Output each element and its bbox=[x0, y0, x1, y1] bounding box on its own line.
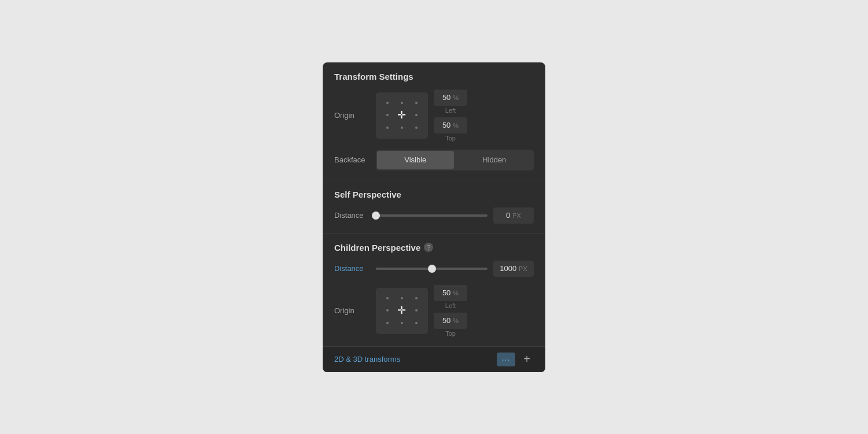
children-origin-row: Origin ✛ bbox=[334, 285, 534, 337]
children-origin-left-group: 50 % Left bbox=[434, 285, 467, 309]
origin-top-input[interactable]: 50 % bbox=[434, 117, 467, 133]
self-distance-value-box[interactable]: 0 PX bbox=[493, 207, 534, 224]
origin-row: Origin ✛ bbox=[334, 90, 534, 142]
help-icon[interactable]: ? bbox=[424, 243, 433, 252]
backface-label: Backface bbox=[334, 155, 370, 164]
children-perspective-title: Children Perspective bbox=[334, 243, 420, 253]
transform-settings-panel: Transform Settings Origin ✛ bbox=[323, 62, 545, 372]
origin-dot-ml[interactable] bbox=[381, 109, 395, 121]
panel-content: Transform Settings Origin ✛ bbox=[323, 62, 545, 372]
footer-bar: 2D & 3D transforms ··· + bbox=[323, 346, 545, 372]
self-perspective-section: Self Perspective Distance 0 PX bbox=[323, 180, 545, 233]
children-origin-left-input[interactable]: 50 % bbox=[434, 285, 467, 301]
origin-left-group: 50 % Left bbox=[434, 90, 467, 114]
origin-picker[interactable]: ✛ bbox=[376, 92, 428, 139]
origin-left-label: Left bbox=[445, 107, 456, 114]
children-perspective-section: Children Perspective ? Distance 1000 PX … bbox=[323, 233, 545, 346]
origin-dot-bl[interactable] bbox=[381, 121, 395, 133]
backface-visible-btn[interactable]: Visible bbox=[377, 151, 454, 169]
c-origin-dot-br[interactable] bbox=[409, 317, 423, 329]
c-origin-center[interactable]: ✛ bbox=[395, 305, 409, 317]
origin-top-group: 50 % Top bbox=[434, 117, 467, 142]
c-origin-dot-bc[interactable] bbox=[395, 317, 409, 329]
origin-dot-br[interactable] bbox=[409, 121, 423, 133]
children-perspective-title-row: Children Perspective ? bbox=[334, 243, 534, 253]
origin-values: 50 % Left 50 % Top bbox=[434, 90, 467, 142]
origin-center[interactable]: ✛ bbox=[395, 109, 409, 121]
origin-top-label: Top bbox=[445, 135, 456, 142]
c-origin-dot-tr[interactable] bbox=[409, 292, 423, 305]
backface-toggle-group: Visible Hidden bbox=[376, 150, 534, 170]
c-origin-dot-bl[interactable] bbox=[381, 317, 395, 329]
footer-dots-button[interactable]: ··· bbox=[497, 353, 515, 366]
origin-dot-tr[interactable] bbox=[409, 97, 423, 109]
origin-dot-tl[interactable] bbox=[381, 97, 395, 109]
origin-dot-bc[interactable] bbox=[395, 121, 409, 133]
children-slider-thumb[interactable] bbox=[428, 265, 436, 273]
children-distance-slider-row: Distance 1000 PX bbox=[334, 261, 534, 277]
footer-label: 2D & 3D transforms bbox=[334, 355, 492, 363]
c-origin-dot-tc[interactable] bbox=[395, 292, 409, 305]
footer-add-button[interactable]: + bbox=[520, 353, 534, 366]
self-slider-thumb[interactable] bbox=[372, 212, 380, 220]
children-origin-label: Origin bbox=[334, 306, 370, 315]
children-origin-top-group: 50 % Top bbox=[434, 313, 467, 337]
origin-section: Transform Settings Origin ✛ bbox=[323, 62, 545, 180]
self-distance-slider[interactable] bbox=[376, 214, 487, 217]
backface-hidden-btn[interactable]: Hidden bbox=[456, 151, 533, 169]
children-origin-top-label: Top bbox=[445, 330, 456, 337]
children-distance-value-box[interactable]: 1000 PX bbox=[493, 261, 534, 277]
backface-row: Backface Visible Hidden bbox=[334, 150, 534, 170]
c-origin-dot-tl[interactable] bbox=[381, 292, 395, 305]
c-move-icon: ✛ bbox=[397, 305, 406, 316]
children-origin-top-input[interactable]: 50 % bbox=[434, 313, 467, 329]
panel-title: Transform Settings bbox=[334, 72, 534, 81]
origin-left-input[interactable]: 50 % bbox=[434, 90, 467, 106]
children-distance-label: Distance bbox=[334, 264, 370, 273]
children-origin-picker[interactable]: ✛ bbox=[376, 288, 428, 334]
c-origin-dot-ml[interactable] bbox=[381, 305, 395, 317]
children-origin-values: 50 % Left 50 % Top bbox=[434, 285, 467, 337]
children-slider-fill bbox=[376, 268, 432, 270]
move-icon: ✛ bbox=[397, 110, 406, 120]
origin-dot-tc[interactable] bbox=[395, 97, 409, 109]
origin-label: Origin bbox=[334, 111, 370, 120]
self-distance-label: Distance bbox=[334, 211, 370, 220]
origin-dot-mr[interactable] bbox=[409, 109, 423, 121]
children-origin-left-label: Left bbox=[445, 302, 456, 309]
c-origin-dot-mr[interactable] bbox=[409, 305, 423, 317]
self-perspective-slider-row: Distance 0 PX bbox=[334, 207, 534, 224]
children-distance-slider[interactable] bbox=[376, 268, 487, 270]
self-perspective-title: Self Perspective bbox=[334, 190, 534, 199]
